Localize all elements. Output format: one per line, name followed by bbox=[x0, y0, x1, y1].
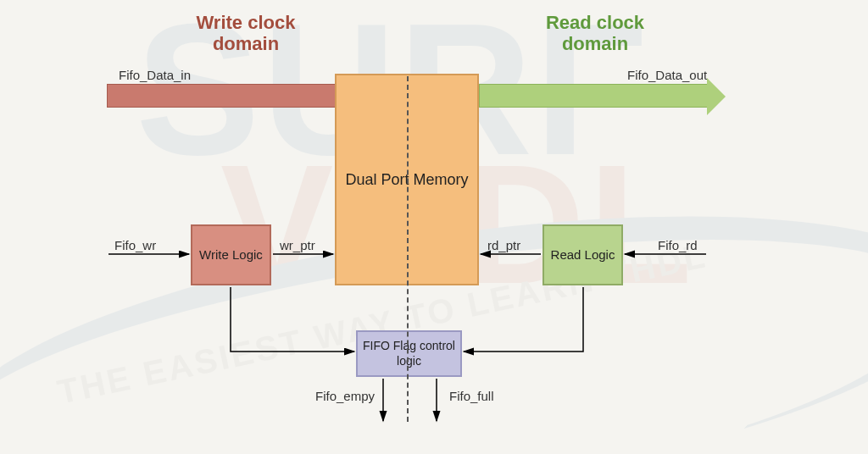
rd-ptr-label: rd_ptr bbox=[487, 238, 520, 252]
fifo-diagram: Write clock domain Read clock domain Fif… bbox=[0, 0, 868, 454]
wr-ptr-label: wr_ptr bbox=[280, 238, 315, 252]
connection-wires bbox=[0, 0, 868, 454]
fifo-full-label: Fifo_full bbox=[449, 389, 494, 403]
fifo-wr-label: Fifo_wr bbox=[114, 238, 156, 252]
fifo-rd-label: Fifo_rd bbox=[658, 238, 698, 252]
fifo-empty-label: Fifo_empy bbox=[315, 389, 375, 403]
